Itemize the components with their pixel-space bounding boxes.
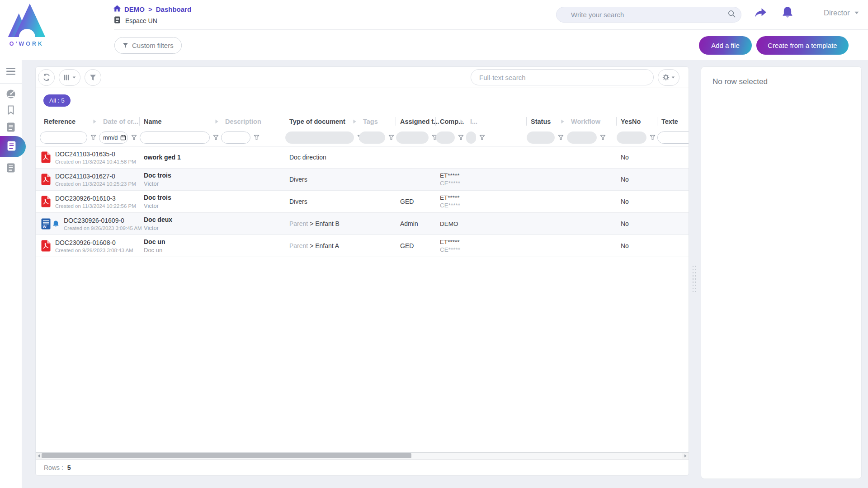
funnel-icon[interactable]: [90, 135, 96, 141]
filter-button[interactable]: [85, 69, 101, 86]
create-template-label: Create from a template: [768, 42, 837, 49]
global-search-input[interactable]: [570, 10, 728, 19]
table-row[interactable]: WDOC230926-01609-0Created on 9/26/2023 3…: [36, 213, 689, 235]
table-filter-row: mm/d: [36, 129, 689, 146]
column-header-tags[interactable]: Tags: [359, 114, 396, 129]
add-file-button[interactable]: Add a file: [699, 36, 752, 55]
columns-icon: [64, 74, 71, 81]
table-footer: Rows : 5: [36, 460, 689, 475]
row-type-parent[interactable]: Parent: [289, 242, 310, 249]
sort-arrow-icon: [93, 119, 96, 124]
column-header-date[interactable]: Date of cr...: [99, 114, 139, 129]
breadcrumb-home[interactable]: DEMO: [124, 5, 145, 13]
filter-badge-all[interactable]: All : 5: [43, 94, 71, 107]
sidebar-item-archive[interactable]: [6, 163, 15, 173]
cell-name: owork ged 1: [139, 154, 221, 161]
filter-icon: [123, 42, 128, 48]
horizontal-scrollbar[interactable]: [36, 452, 689, 460]
app-window: O'WORK DEMO > Dashboard Espace UN Direct…: [0, 0, 868, 488]
sidebar-item-bookmarks[interactable]: [6, 105, 15, 115]
sort-arrow-icon: [460, 119, 463, 124]
filter-input-description[interactable]: [221, 131, 250, 144]
row-type-parent[interactable]: Parent: [289, 220, 310, 227]
row-name: Doc trois: [144, 194, 221, 201]
row-comp-main: ET*****: [440, 239, 466, 245]
sidebar-menu-toggle[interactable]: [6, 68, 15, 75]
scroll-right-arrow[interactable]: [682, 453, 689, 459]
filter-cell-texte: [657, 131, 689, 144]
breadcrumb: DEMO > Dashboard: [113, 5, 191, 13]
details-panel: No row selected: [701, 66, 862, 479]
table-row[interactable]: DOC230926-01608-0Created on 9/26/2023 3:…: [36, 235, 689, 257]
sidebar-item-documents-active[interactable]: [0, 136, 26, 157]
scroll-left-arrow[interactable]: [36, 453, 42, 459]
cell-type: Doc direction: [285, 154, 359, 161]
table-card: All : 5 ReferenceDate of cr...NameDescri…: [35, 66, 689, 476]
column-header-workflow[interactable]: Workflow: [566, 114, 616, 129]
hamburger-icon: [6, 70, 15, 76]
notifications-button[interactable]: [782, 6, 793, 19]
column-header-status[interactable]: Status: [526, 114, 566, 129]
funnel-icon[interactable]: [131, 135, 137, 141]
share-button[interactable]: [754, 7, 767, 19]
funnel-icon[interactable]: [600, 135, 606, 141]
column-header-type[interactable]: Type of document: [285, 114, 359, 129]
cell-reference: DOC230926-01610-3Created on 11/3/2024 10…: [39, 195, 99, 209]
home-icon[interactable]: [113, 5, 121, 13]
funnel-icon[interactable]: [458, 135, 464, 141]
user-menu[interactable]: Director: [824, 9, 859, 17]
column-header-description[interactable]: Description: [221, 114, 285, 129]
column-header-name[interactable]: Name: [139, 114, 221, 129]
table-empty-area: [36, 257, 689, 452]
funnel-icon[interactable]: [254, 135, 259, 141]
row-yesno: No: [621, 154, 629, 161]
table-row[interactable]: DOC241103-01635-0Created on 11/3/2024 10…: [36, 146, 689, 169]
funnel-icon[interactable]: [650, 135, 656, 141]
column-header-assigned[interactable]: Assigned t...: [396, 114, 435, 129]
filter-input-name[interactable]: [140, 131, 210, 144]
search-icon[interactable]: [728, 10, 736, 19]
cell-yesno: No: [616, 220, 657, 227]
sidebar-item-library[interactable]: [6, 122, 15, 132]
date-placeholder: mm/d: [103, 134, 118, 141]
filter-input-texte[interactable]: [657, 131, 689, 144]
breadcrumb-current[interactable]: Dashboard: [156, 5, 191, 13]
funnel-icon[interactable]: [213, 135, 219, 141]
column-label: Description: [225, 118, 261, 125]
custom-filters-button[interactable]: Custom filters: [114, 37, 182, 54]
row-name: Doc deux: [144, 216, 221, 223]
cell-reference: WDOC230926-01609-0Created on 9/26/2023 3…: [39, 217, 99, 231]
column-header-yesno[interactable]: YesNo: [616, 114, 657, 129]
table-row[interactable]: DOC241103-01627-0Created on 11/3/2024 10…: [36, 169, 689, 191]
cell-reference: DOC241103-01635-0Created on 11/3/2024 10…: [39, 150, 99, 164]
create-template-button[interactable]: Create from a template: [756, 36, 849, 55]
column-header-texte[interactable]: Texte: [657, 114, 689, 129]
row-reference: DOC230926-01609-0: [64, 217, 142, 224]
funnel-icon[interactable]: [479, 135, 485, 141]
funnel-icon[interactable]: [388, 135, 394, 141]
pdf-file-icon: [41, 151, 51, 163]
scrollbar-thumb[interactable]: [42, 453, 411, 458]
column-header-i[interactable]: I...: [466, 114, 526, 129]
settings-button[interactable]: [658, 69, 679, 86]
table-row[interactable]: DOC230926-01610-3Created on 11/3/2024 10…: [36, 191, 689, 213]
workspace-name: Espace UN: [125, 17, 157, 24]
sidebar-item-dashboard[interactable]: [6, 89, 16, 99]
row-name: owork ged 1: [144, 154, 221, 161]
column-label: Type of document: [289, 118, 345, 125]
column-settings-button[interactable]: [59, 69, 80, 86]
filter-input-i-disabled: [466, 131, 476, 144]
panel-resize-handle[interactable]: [692, 265, 698, 292]
column-header-reference[interactable]: Reference: [39, 114, 99, 129]
date-filter-input[interactable]: mm/d: [99, 131, 128, 144]
fulltext-search-input[interactable]: [471, 69, 654, 85]
app-logo: O'WORK: [5, 3, 48, 47]
calendar-icon[interactable]: [120, 135, 126, 141]
filter-input-reference[interactable]: [40, 131, 87, 144]
refresh-button[interactable]: [38, 69, 55, 86]
funnel-icon[interactable]: [558, 135, 564, 141]
column-label: YesNo: [621, 118, 641, 125]
column-divider: [139, 117, 140, 126]
column-label: Reference: [44, 118, 75, 125]
row-assigned: GED: [400, 242, 414, 249]
